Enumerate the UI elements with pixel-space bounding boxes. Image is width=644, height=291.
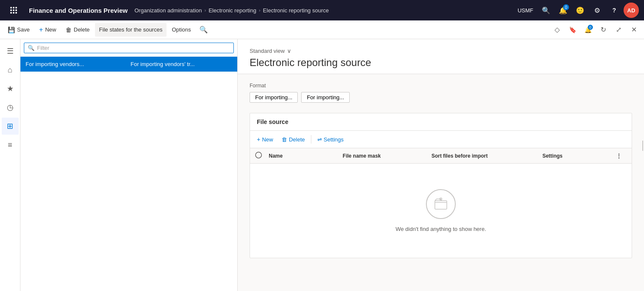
view-selector-label: Standard view xyxy=(250,48,285,54)
file-source-new-button[interactable]: + New xyxy=(253,133,276,145)
svg-point-6 xyxy=(440,199,440,199)
col-header-settings: Settings xyxy=(542,153,616,159)
command-bar-right: ◇ 🔖 🔔 0 ↻ ⤢ ✕ xyxy=(550,23,641,37)
empty-text: We didn't find anything to show here. xyxy=(396,226,486,232)
filter-input-wrap: 🔍 xyxy=(24,43,234,53)
search-button[interactable]: 🔍 xyxy=(538,3,554,18)
sidebar-list-button[interactable]: ≡ xyxy=(2,136,19,153)
cmd-badge: 0 xyxy=(588,25,593,30)
app-menu-button[interactable] xyxy=(5,2,22,19)
new-label: New xyxy=(45,26,56,33)
feedback-button[interactable]: 🙂 xyxy=(572,3,588,18)
help-button[interactable]: ? xyxy=(607,3,622,18)
sidebar-home-button[interactable]: ⌂ xyxy=(2,61,19,78)
file-source-header: File source xyxy=(250,113,632,131)
settings-icon: ⇌ xyxy=(317,136,322,143)
col-header-more: ⋮ xyxy=(616,153,627,159)
svg-point-7 xyxy=(442,199,442,199)
filter-search-icon: 🔍 xyxy=(28,45,34,51)
breadcrumb-org-admin[interactable]: Organization administration xyxy=(135,7,202,14)
delete-label: Delete xyxy=(74,26,90,33)
sidebar-workspaces-button[interactable]: ⊞ xyxy=(2,118,19,135)
breadcrumb: Organization administration › Electronic… xyxy=(135,7,514,14)
empty-folder-icon xyxy=(426,189,456,219)
page-title: Electronic reporting source xyxy=(250,57,632,69)
new-button[interactable]: + New xyxy=(35,23,60,37)
sidebar-recent-button[interactable]: ◷ xyxy=(2,99,19,116)
sidebar-menu-button[interactable]: ☰ xyxy=(2,43,19,60)
app-title: Finance and Operations Preview xyxy=(22,7,135,14)
delete-icon: 🗑 xyxy=(282,136,287,143)
col-header-sort: Sort files before import xyxy=(431,153,542,159)
notifications-button[interactable]: 🔔 0 xyxy=(555,3,571,18)
breadcrumb-sep-1: › xyxy=(204,8,206,13)
breadcrumb-sep-2: › xyxy=(259,8,261,13)
svg-point-0 xyxy=(256,152,262,158)
detail-header: Standard view ∨ Electronic reporting sou… xyxy=(238,39,644,74)
file-source-delete-label: Delete xyxy=(289,136,305,143)
filter-input[interactable] xyxy=(37,45,230,51)
breadcrumb-current[interactable]: Electronic reporting source xyxy=(263,7,329,14)
badge-button[interactable]: 🔔 0 xyxy=(581,23,595,37)
save-icon: 💾 xyxy=(8,26,15,33)
refresh-button[interactable]: ↻ xyxy=(596,23,610,37)
delete-button[interactable]: 🗑 Delete xyxy=(61,23,94,37)
empty-state: We didn't find anything to show here. xyxy=(250,164,632,258)
detail-panel: Standard view ∨ Electronic reporting sou… xyxy=(238,39,644,291)
format-tags: For importing... For importing... xyxy=(250,92,632,103)
file-source-section: File source + New 🗑 Delete ⇌ Settings xyxy=(250,113,632,258)
list-item[interactable]: For importing vendors... For importing v… xyxy=(20,57,237,72)
bookmark-button[interactable]: 🔖 xyxy=(566,23,579,37)
top-bar-right: USMF 🔍 🔔 0 🙂 ⚙ ? AD xyxy=(514,3,639,18)
avatar[interactable]: AD xyxy=(624,3,639,18)
file-source-toolbar: + New 🗑 Delete ⇌ Settings xyxy=(250,131,632,148)
list-items: For importing vendors... For importing v… xyxy=(20,57,237,291)
file-source-delete-button[interactable]: 🗑 Delete xyxy=(278,133,308,145)
table-header: Name File name mask Sort files before im… xyxy=(250,148,632,164)
options-button[interactable]: Options xyxy=(167,23,195,37)
fs-separator xyxy=(311,135,311,144)
settings-button[interactable]: ⚙ xyxy=(589,3,605,18)
personalize-button[interactable]: ◇ xyxy=(550,23,564,37)
svg-point-5 xyxy=(441,198,441,199)
command-bar: 💾 Save + New 🗑 Delete File states for th… xyxy=(0,20,644,39)
main-layout: ☰ ⌂ ★ ◷ ⊞ ≡ 🔍 For importing vendors... F… xyxy=(0,39,644,291)
col-header-mask: File name mask xyxy=(343,153,431,159)
list-item-col2: For importing vendors' tr... xyxy=(131,61,233,67)
command-search-button[interactable]: 🔍 xyxy=(199,26,208,34)
delete-icon: 🗑 xyxy=(66,26,72,33)
close-button[interactable]: ✕ xyxy=(627,23,641,37)
new-icon: + xyxy=(257,136,260,143)
file-states-button[interactable]: File states for the sources xyxy=(95,23,167,37)
top-nav-bar: Finance and Operations Preview Organizat… xyxy=(0,0,644,20)
file-source-settings-button[interactable]: ⇌ Settings xyxy=(314,133,347,145)
col-header-name: Name xyxy=(269,153,343,159)
file-source-new-label: New xyxy=(262,136,273,143)
save-button[interactable]: 💾 Save xyxy=(3,23,34,37)
format-section: Format For importing... For importing... xyxy=(250,83,632,103)
breadcrumb-electronic-reporting[interactable]: Electronic reporting xyxy=(209,7,256,14)
notification-badge: 0 xyxy=(563,4,569,10)
resize-handle[interactable] xyxy=(641,0,644,291)
options-label: Options xyxy=(172,26,191,33)
file-source-settings-label: Settings xyxy=(324,136,344,143)
format-tag-2[interactable]: For importing... xyxy=(301,92,349,103)
format-label: Format xyxy=(250,83,632,89)
detail-content: Format For importing... For importing...… xyxy=(238,74,644,291)
table-select-all[interactable] xyxy=(255,152,269,160)
command-search-icon: 🔍 xyxy=(199,26,208,33)
sidebar-favorites-button[interactable]: ★ xyxy=(2,80,19,97)
save-label: Save xyxy=(17,26,30,33)
list-filter-area: 🔍 xyxy=(20,39,237,57)
company-label: USMF xyxy=(514,7,537,14)
app-grid-icon xyxy=(10,7,17,14)
file-states-label: File states for the sources xyxy=(99,26,163,33)
svg-rect-1 xyxy=(435,201,447,209)
chevron-down-icon: ∨ xyxy=(287,48,291,54)
expand-button[interactable]: ⤢ xyxy=(612,23,625,37)
sidebar-icons: ☰ ⌂ ★ ◷ ⊞ ≡ xyxy=(0,39,20,291)
format-tag-1[interactable]: For importing... xyxy=(250,92,298,103)
view-selector[interactable]: Standard view ∨ xyxy=(250,48,632,54)
list-item-col1: For importing vendors... xyxy=(26,61,127,67)
new-icon: + xyxy=(39,26,43,34)
